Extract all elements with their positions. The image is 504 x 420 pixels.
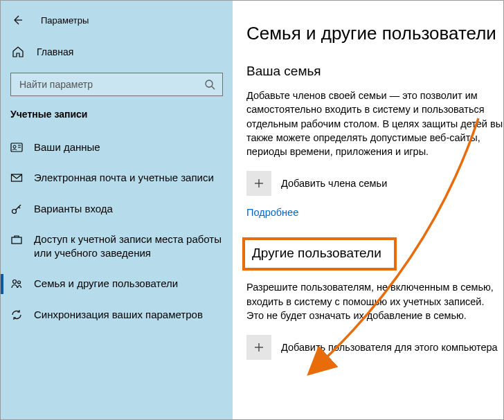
svg-rect-8 bbox=[12, 237, 21, 244]
page-title: Семья и другие пользователи bbox=[246, 23, 503, 44]
titlebar: Параметры bbox=[1, 6, 233, 34]
sidebar-home[interactable]: Главная bbox=[1, 38, 233, 66]
add-family-member[interactable]: Добавить члена семьи bbox=[246, 171, 503, 196]
sidebar-item-label: Ваши данные bbox=[34, 140, 226, 154]
key-icon bbox=[10, 203, 23, 215]
svg-point-10 bbox=[18, 281, 21, 284]
sidebar-section-label: Учетные записи bbox=[1, 109, 233, 132]
add-other-user-label: Добавить пользователя для этого компьюте… bbox=[281, 342, 498, 353]
svg-point-3 bbox=[13, 145, 16, 148]
sync-icon bbox=[10, 309, 23, 321]
family-more-link[interactable]: Подробнее bbox=[246, 207, 298, 218]
plus-icon bbox=[246, 335, 271, 360]
section-others-description: Разрешите пользователям, не включенным в… bbox=[246, 280, 503, 322]
briefcase-icon bbox=[10, 233, 23, 246]
plus-icon bbox=[246, 171, 271, 196]
search-input[interactable] bbox=[18, 78, 204, 91]
sidebar-item-label: Синхронизация ваших параметров bbox=[34, 308, 226, 322]
add-family-member-label: Добавить члена семьи bbox=[281, 178, 387, 189]
window-title: Параметры bbox=[41, 15, 89, 26]
person-card-icon bbox=[10, 141, 23, 154]
svg-point-0 bbox=[206, 80, 213, 87]
back-button[interactable] bbox=[10, 13, 24, 27]
search-icon bbox=[204, 79, 215, 90]
home-icon bbox=[12, 46, 24, 58]
sidebar-item-email-accounts[interactable]: Электронная почта и учетные записи bbox=[1, 163, 233, 193]
arrow-left-icon bbox=[12, 15, 23, 26]
sidebar-item-label: Варианты входа bbox=[34, 202, 226, 216]
section-others-heading: Другие пользователи bbox=[242, 237, 397, 271]
section-family-description: Добавьте членов своей семьи — это позвол… bbox=[246, 89, 503, 158]
svg-line-1 bbox=[212, 86, 215, 89]
section-family-heading: Ваша семья bbox=[246, 64, 503, 79]
sidebar-nav: Ваши данные Электронная почта и учетные … bbox=[1, 132, 233, 330]
content-pane: Семья и другие пользователи Ваша семья Д… bbox=[233, 1, 503, 419]
svg-point-9 bbox=[13, 280, 17, 284]
sidebar-item-work-access[interactable]: Доступ к учетной записи места работы или… bbox=[1, 224, 233, 269]
sidebar-item-signin-options[interactable]: Варианты входа bbox=[1, 194, 233, 224]
sidebar-item-label: Доступ к учетной записи места работы или… bbox=[34, 232, 226, 261]
sidebar: Параметры Главная Учетные запи bbox=[1, 1, 233, 419]
sidebar-item-family-users[interactable]: Семья и другие пользователи bbox=[1, 268, 233, 299]
add-other-user[interactable]: Добавить пользователя для этого компьюте… bbox=[246, 335, 503, 360]
people-icon bbox=[10, 277, 23, 290]
mail-icon bbox=[10, 172, 23, 184]
sidebar-item-your-info[interactable]: Ваши данные bbox=[1, 132, 233, 163]
settings-window: Параметры Главная Учетные запи bbox=[0, 0, 504, 420]
sidebar-item-label: Электронная почта и учетные записи bbox=[34, 171, 226, 185]
search-wrap bbox=[10, 73, 223, 96]
sidebar-home-label: Главная bbox=[37, 46, 73, 57]
search-box[interactable] bbox=[10, 73, 223, 96]
sidebar-item-label: Семья и другие пользователи bbox=[34, 277, 226, 291]
sidebar-item-sync[interactable]: Синхронизация ваших параметров bbox=[1, 300, 233, 330]
